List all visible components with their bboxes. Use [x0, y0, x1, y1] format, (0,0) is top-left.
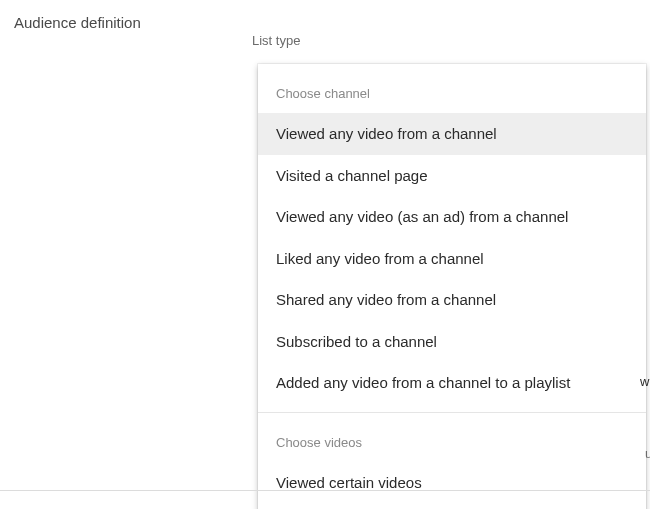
option-liked-any-video-from-channel[interactable]: Liked any video from a channel [258, 238, 646, 280]
field-label-list-type: List type [252, 33, 300, 48]
option-shared-any-video-from-channel[interactable]: Shared any video from a channel [258, 279, 646, 321]
option-viewed-certain-videos-as-ads[interactable]: Viewed certain videos as ads [258, 503, 646, 509]
group-header-choose-videos: Choose videos [258, 421, 646, 462]
option-added-any-video-to-playlist[interactable]: Added any video from a channel to a play… [258, 362, 646, 404]
truncated-text-u: u [645, 446, 650, 461]
group-divider [258, 412, 646, 413]
list-type-dropdown-panel: Choose channel Viewed any video from a c… [258, 64, 646, 509]
horizontal-divider [0, 490, 650, 491]
option-subscribed-to-channel[interactable]: Subscribed to a channel [258, 321, 646, 363]
option-viewed-any-video-as-ad-from-channel[interactable]: Viewed any video (as an ad) from a chann… [258, 196, 646, 238]
group-header-choose-channel: Choose channel [258, 72, 646, 113]
option-viewed-certain-videos[interactable]: Viewed certain videos [258, 462, 646, 504]
truncated-text-w: w [640, 374, 649, 389]
option-viewed-any-video-from-channel[interactable]: Viewed any video from a channel [258, 113, 646, 155]
section-label: Audience definition [14, 14, 141, 31]
option-visited-channel-page[interactable]: Visited a channel page [258, 155, 646, 197]
